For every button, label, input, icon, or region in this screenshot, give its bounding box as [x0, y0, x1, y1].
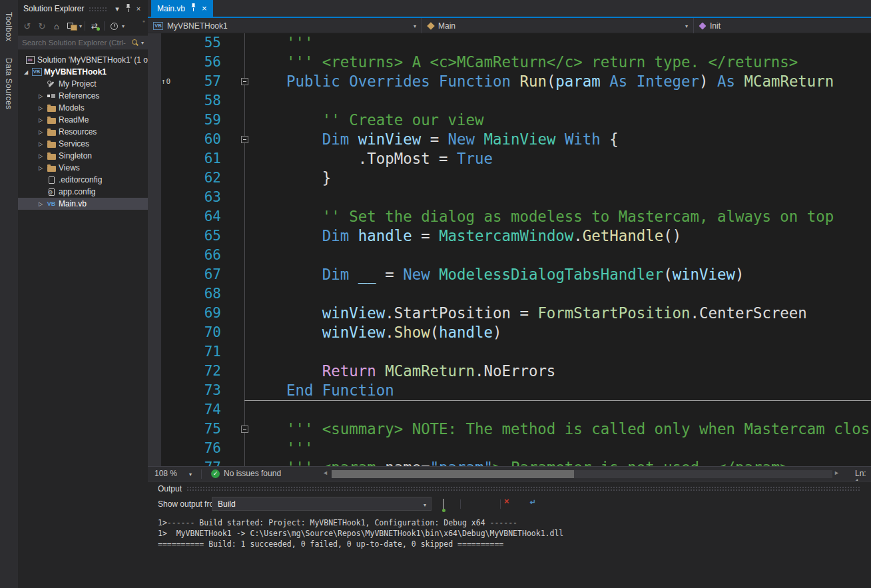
toolbox-side-tab[interactable]: Toolbox — [4, 12, 13, 41]
fold-toggle-icon[interactable] — [241, 78, 248, 85]
tree-item[interactable]: ▷Views — [18, 162, 148, 174]
forward-icon[interactable]: ↻ — [35, 20, 49, 32]
tree-item[interactable]: ▷VBMain.vb — [18, 198, 148, 210]
line-number: 77 — [148, 458, 221, 466]
tree-item[interactable]: ∞Solution 'MyVBNETHook1' (1 o — [18, 54, 148, 66]
tree-expander-icon[interactable]: ▷ — [36, 105, 45, 111]
switch-views-chevron-icon[interactable]: ▾ — [79, 23, 82, 29]
tree-expander-icon[interactable]: ▷ — [36, 93, 45, 99]
word-wrap-icon[interactable] — [523, 499, 534, 509]
tree-expander-icon[interactable]: ▷ — [36, 117, 45, 123]
output-text-area[interactable]: 1>------ Build started: Project: MyVBNET… — [148, 513, 871, 549]
code-line[interactable]: 70 winView.Show(handle) — [148, 323, 871, 342]
find-message-icon[interactable] — [443, 499, 454, 509]
next-message-icon[interactable] — [483, 499, 494, 509]
code-line[interactable]: 71 — [148, 342, 871, 362]
tab-label: Main.vb — [157, 4, 185, 13]
tree-item[interactable]: ▷References — [18, 90, 148, 102]
zoom-chevron-icon[interactable]: ▾ — [189, 471, 192, 477]
tab-main-vb[interactable]: Main.vb × — [151, 0, 213, 17]
code-line[interactable]: 56 ''' <returns> A <c>MCamReturn</c> ret… — [148, 53, 871, 72]
home-icon[interactable]: ⌂ — [50, 20, 63, 32]
code-line[interactable]: 66 — [148, 246, 871, 265]
search-input[interactable] — [22, 39, 131, 47]
project-dropdown[interactable]: VB MyVBNETHook1 ▾ — [148, 18, 422, 33]
tree-item[interactable]: .editorconfig — [18, 174, 148, 186]
tree-expander-icon[interactable]: ▷ — [36, 153, 45, 159]
code-line[interactable]: 69 winView.StartPosition = FormStartPosi… — [148, 304, 871, 323]
code-line[interactable]: 59 '' Create our view — [148, 111, 871, 130]
type-dropdown[interactable]: Main ▾ — [422, 18, 694, 33]
code-line[interactable]: 72 Return MCamReturn.NoErrors — [148, 362, 871, 381]
search-options-chevron-icon[interactable]: ▾ — [141, 40, 144, 46]
tree-expander-icon[interactable]: ▷ — [36, 165, 45, 171]
horizontal-scrollbar-thumb[interactable] — [332, 470, 574, 478]
health-indicator-label[interactable]: No issues found — [224, 469, 281, 478]
close-icon[interactable]: × — [202, 5, 207, 13]
sync-with-active-document-icon[interactable]: ⇄ — [88, 20, 101, 32]
pin-icon[interactable] — [123, 4, 133, 13]
code-line[interactable]: 67 Dim __ = New ModelessDialogTabsHandle… — [148, 265, 871, 284]
code-text: Return MCamReturn.NoErrors — [250, 362, 555, 381]
line-number: 68 — [148, 284, 221, 304]
code-line[interactable]: 76 ''' — [148, 439, 871, 458]
tree-item-label: app.config — [59, 187, 95, 196]
code-line[interactable]: 73 End Function — [148, 381, 871, 400]
close-icon[interactable]: × — [133, 5, 144, 13]
code-line[interactable]: 60 Dim winView = New MainView With { — [148, 130, 871, 149]
tree-item[interactable]: ▷Services — [18, 138, 148, 150]
code-line[interactable]: 77 ''' <param name="param"> Parameter is… — [148, 458, 871, 466]
window-position-chevron-icon[interactable]: ▾ — [112, 5, 123, 13]
scroll-left-icon[interactable]: ◄ — [322, 469, 328, 476]
code-line[interactable]: 68 — [148, 284, 871, 304]
tree-item[interactable]: app.config — [18, 186, 148, 198]
code-line[interactable]: 62 } — [148, 168, 871, 188]
fold-toggle-icon[interactable] — [241, 426, 248, 433]
line-number: 57 — [148, 72, 221, 91]
code-line[interactable]: 75 ''' <summary> NOTE: The method is cal… — [148, 420, 871, 439]
tree-item-label: Solution 'MyVBNETHook1' (1 o — [37, 55, 148, 65]
code-line[interactable]: 65 Dim handle = MastercamWindow.GetHandl… — [148, 226, 871, 246]
switch-views-icon[interactable] — [65, 20, 78, 32]
pending-changes-filter-icon[interactable] — [107, 20, 121, 32]
tree-expander-icon[interactable]: ▷ — [36, 141, 45, 147]
health-check-icon[interactable]: ✓ — [211, 469, 220, 478]
back-icon[interactable]: ↺ — [21, 20, 34, 32]
fold-toggle-icon[interactable] — [241, 136, 248, 143]
code-text: winView.StartPosition = FormStartPositio… — [250, 304, 807, 323]
output-source-combobox[interactable]: Build ▾ — [212, 497, 432, 511]
member-dropdown-label: Init — [710, 21, 721, 31]
code-editor[interactable]: 55 '''56 ''' <returns> A <c>MCamReturn</… — [148, 33, 871, 466]
tree-item[interactable]: My Project — [18, 78, 148, 90]
code-line[interactable]: 63 — [148, 188, 871, 207]
code-line[interactable]: 64 '' Set the dialog as modeless to Mast… — [148, 207, 871, 226]
drag-texture — [186, 486, 860, 492]
toolbar-overflow-icon[interactable]: '' — [143, 20, 145, 27]
tree-expander-icon[interactable]: ▷ — [36, 201, 45, 207]
code-text: End Function — [250, 381, 394, 400]
tree-item[interactable]: ▷Singleton — [18, 150, 148, 162]
search-icon[interactable] — [131, 39, 139, 47]
clear-all-icon[interactable] — [507, 499, 518, 509]
prev-message-icon[interactable] — [467, 499, 478, 509]
zoom-level[interactable]: 108 % — [154, 469, 177, 478]
code-line[interactable]: 57↑0 Public Overrides Function Run(param… — [148, 72, 871, 91]
tree-item[interactable]: ▷Models — [18, 102, 148, 114]
tree-item[interactable]: ▷ReadMe — [18, 114, 148, 126]
data-sources-side-tab[interactable]: Data Sources — [4, 58, 13, 110]
tree-item-label: Resources — [59, 127, 97, 137]
member-dropdown[interactable]: Init — [694, 18, 871, 33]
code-line[interactable]: 58 — [148, 91, 871, 111]
tree-expander-icon[interactable]: ◢ — [21, 69, 31, 75]
tree-item[interactable]: ▷Resources — [18, 126, 148, 138]
code-text: ''' <returns> A <c>MCamReturn</c> return… — [250, 53, 798, 72]
tree-expander-icon[interactable]: ▷ — [36, 129, 45, 135]
code-line[interactable]: 61 .TopMost = True — [148, 149, 871, 168]
filter-chevron-icon[interactable]: ▾ — [122, 23, 125, 29]
code-line[interactable]: 74 — [148, 400, 871, 420]
tree-item[interactable]: ◢VBMyVBNETHook1 — [18, 66, 148, 78]
scroll-right-icon[interactable]: ► — [834, 469, 840, 476]
code-line[interactable]: 55 ''' — [148, 33, 871, 53]
line-number: 67 — [148, 265, 221, 284]
pin-icon[interactable] — [190, 3, 196, 13]
